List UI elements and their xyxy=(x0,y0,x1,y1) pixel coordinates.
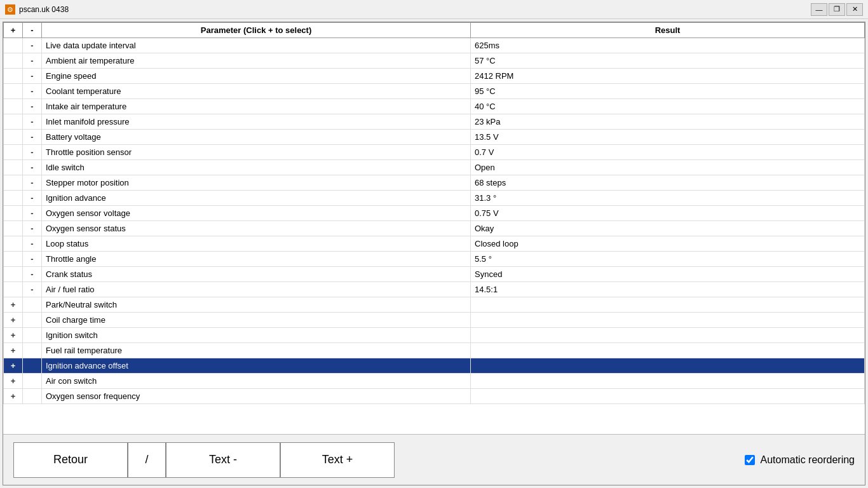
row-plus-cell[interactable]: + xyxy=(4,297,23,313)
table-row: -Air / fuel ratio14.5:1 xyxy=(4,282,865,297)
text-plus-button[interactable]: Text + xyxy=(280,442,395,478)
row-minus-cell[interactable] xyxy=(23,297,42,313)
row-minus-cell[interactable] xyxy=(23,358,42,374)
row-plus-cell[interactable] xyxy=(4,53,23,69)
row-minus-cell[interactable]: - xyxy=(23,53,42,69)
row-parameter-cell: Oxygen sensor frequency xyxy=(42,389,471,404)
window-title: pscan.uk 0438 xyxy=(19,5,811,14)
row-minus-cell[interactable] xyxy=(23,343,42,358)
table-wrapper[interactable]: + - Parameter (Click + to select) Result… xyxy=(3,22,865,434)
row-result-cell: Okay xyxy=(471,221,865,236)
row-parameter-cell: Air con switch xyxy=(42,374,471,389)
row-result-cell: 40 °C xyxy=(471,99,865,114)
col-header-parameter: Parameter (Click + to select) xyxy=(42,23,471,38)
row-plus-cell[interactable]: + xyxy=(4,328,23,343)
row-result-cell xyxy=(471,328,865,343)
row-plus-cell[interactable] xyxy=(4,236,23,252)
row-minus-cell[interactable]: - xyxy=(23,99,42,114)
row-result-cell: 0.75 V xyxy=(471,206,865,221)
row-plus-cell[interactable] xyxy=(4,191,23,206)
row-plus-cell[interactable] xyxy=(4,267,23,282)
close-button[interactable]: ✕ xyxy=(846,3,863,16)
table-header-row: + - Parameter (Click + to select) Result xyxy=(4,23,865,38)
row-minus-cell[interactable]: - xyxy=(23,282,42,297)
separator-button[interactable]: / xyxy=(128,442,166,478)
row-plus-cell[interactable] xyxy=(4,221,23,236)
row-plus-cell[interactable] xyxy=(4,69,23,84)
window-controls: — ❐ ✕ xyxy=(811,3,863,16)
row-minus-cell[interactable] xyxy=(23,389,42,404)
row-minus-cell[interactable]: - xyxy=(23,175,42,191)
retour-button[interactable]: Retour xyxy=(13,442,128,478)
text-minus-button[interactable]: Text - xyxy=(166,442,280,478)
table-row: +Oxygen sensor frequency xyxy=(4,389,865,404)
row-result-cell: 2412 RPM xyxy=(471,69,865,84)
row-parameter-cell: Ignition advance xyxy=(42,191,471,206)
row-minus-cell[interactable]: - xyxy=(23,145,42,160)
row-plus-cell[interactable]: + xyxy=(4,313,23,328)
row-plus-cell[interactable] xyxy=(4,99,23,114)
row-minus-cell[interactable]: - xyxy=(23,130,42,145)
row-parameter-cell: Oxygen sensor status xyxy=(42,221,471,236)
row-result-cell xyxy=(471,313,865,328)
row-result-cell: 625ms xyxy=(471,38,865,53)
auto-reorder-label: Automatic reordering xyxy=(760,454,855,466)
row-plus-cell[interactable] xyxy=(4,84,23,99)
table-row: +Ignition switch xyxy=(4,328,865,343)
row-minus-cell[interactable]: - xyxy=(23,84,42,99)
auto-reorder-checkbox[interactable] xyxy=(745,455,755,465)
row-plus-cell[interactable] xyxy=(4,114,23,130)
row-minus-cell[interactable] xyxy=(23,374,42,389)
row-plus-cell[interactable]: + xyxy=(4,343,23,358)
row-result-cell: 31.3 ° xyxy=(471,191,865,206)
row-parameter-cell: Ambient air temperature xyxy=(42,53,471,69)
row-result-cell: Closed loop xyxy=(471,236,865,252)
table-row: -Ambient air temperature57 °C xyxy=(4,53,865,69)
row-minus-cell[interactable]: - xyxy=(23,38,42,53)
table-row: +Park/Neutral switch xyxy=(4,297,865,313)
row-result-cell: 95 °C xyxy=(471,84,865,99)
row-result-cell: Synced xyxy=(471,267,865,282)
row-result-cell xyxy=(471,374,865,389)
row-plus-cell[interactable] xyxy=(4,282,23,297)
row-plus-cell[interactable] xyxy=(4,145,23,160)
row-minus-cell[interactable] xyxy=(23,313,42,328)
minimize-button[interactable]: — xyxy=(811,3,827,16)
col-header-plus[interactable]: + xyxy=(4,23,23,38)
restore-button[interactable]: ❐ xyxy=(829,3,845,16)
row-result-cell: 14.5:1 xyxy=(471,282,865,297)
row-minus-cell[interactable]: - xyxy=(23,160,42,175)
row-plus-cell[interactable]: + xyxy=(4,358,23,374)
row-result-cell xyxy=(471,358,865,374)
row-result-cell: 57 °C xyxy=(471,53,865,69)
row-minus-cell[interactable]: - xyxy=(23,221,42,236)
row-plus-cell[interactable]: + xyxy=(4,389,23,404)
table-row: +Air con switch xyxy=(4,374,865,389)
row-plus-cell[interactable]: + xyxy=(4,374,23,389)
row-minus-cell[interactable]: - xyxy=(23,236,42,252)
row-plus-cell[interactable] xyxy=(4,175,23,191)
row-minus-cell[interactable]: - xyxy=(23,267,42,282)
row-plus-cell[interactable] xyxy=(4,38,23,53)
row-result-cell: 68 steps xyxy=(471,175,865,191)
row-parameter-cell: Throttle position sensor xyxy=(42,145,471,160)
col-header-minus: - xyxy=(23,23,42,38)
row-minus-cell[interactable]: - xyxy=(23,206,42,221)
row-minus-cell[interactable] xyxy=(23,328,42,343)
row-plus-cell[interactable] xyxy=(4,160,23,175)
table-row: -Throttle angle5.5 ° xyxy=(4,252,865,267)
table-body: -Live data update interval625ms-Ambient … xyxy=(4,38,865,404)
row-plus-cell[interactable] xyxy=(4,252,23,267)
table-row: -Intake air temperature40 °C xyxy=(4,99,865,114)
row-minus-cell[interactable]: - xyxy=(23,252,42,267)
row-result-cell: 0.7 V xyxy=(471,145,865,160)
row-parameter-cell: Crank status xyxy=(42,267,471,282)
table-row: +Coil charge time xyxy=(4,313,865,328)
row-plus-cell[interactable] xyxy=(4,130,23,145)
row-minus-cell[interactable]: - xyxy=(23,114,42,130)
row-minus-cell[interactable]: - xyxy=(23,69,42,84)
row-plus-cell[interactable] xyxy=(4,206,23,221)
row-parameter-cell: Inlet manifold pressure xyxy=(42,114,471,130)
table-row: -Ignition advance31.3 ° xyxy=(4,191,865,206)
row-minus-cell[interactable]: - xyxy=(23,191,42,206)
